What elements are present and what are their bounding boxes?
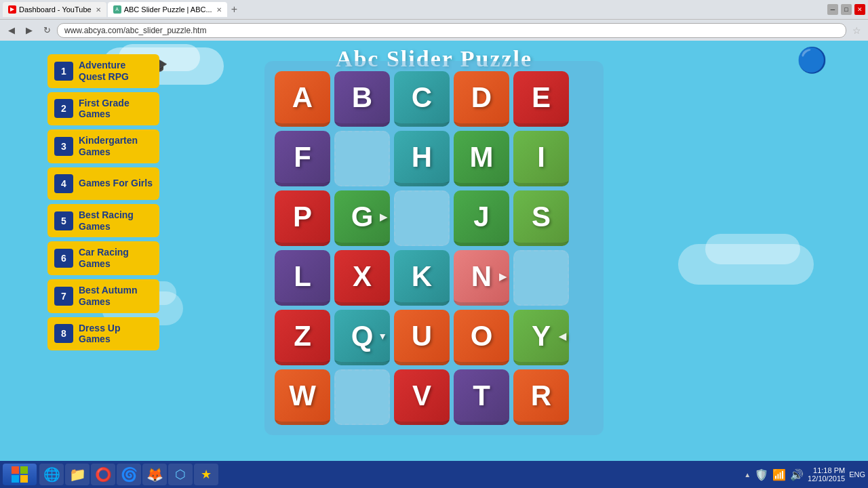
bookmark-star[interactable]: ☆: [849, 23, 864, 38]
taskbar-app3[interactable]: ⭕: [91, 464, 115, 485]
tile-r1-c2[interactable]: H: [394, 131, 450, 186]
sidebar-label-6: Car Racing Games: [79, 247, 153, 270]
taskbar-language: ENG: [849, 470, 865, 479]
tile-r0-c4[interactable]: E: [513, 71, 569, 127]
tile-letter-r5-c4: R: [531, 380, 551, 412]
tile-r3-c3[interactable]: N▶: [454, 250, 509, 306]
sidebar-item-8[interactable]: 8 Dress Up Games: [47, 317, 159, 351]
youtube-favicon: ▶: [8, 5, 16, 14]
sidebar-item-4[interactable]: 4 Games For Girls: [47, 167, 159, 200]
tile-letter-r1-c4: I: [537, 141, 545, 174]
svg-rect-0: [12, 466, 19, 474]
taskbar-app6[interactable]: ⬡: [168, 464, 193, 485]
taskbar-ie[interactable]: 🌐: [39, 464, 64, 485]
tile-arrow-r4-c4: ◀: [559, 331, 566, 342]
sidebar-item-1[interactable]: 1 Adventure Quest RPG: [47, 54, 159, 88]
tile-letter-r5-c2: V: [412, 380, 431, 412]
sidebar-label-5: Best Racing Games: [79, 209, 153, 232]
svg-rect-1: [20, 466, 28, 474]
taskbar-right: ▲ 🛡️ 📶 🔊 11:18 PM 12/10/2015 ENG: [744, 466, 865, 483]
tab-youtube[interactable]: ▶ Dashboard - YouTube ✕: [3, 2, 106, 17]
tile-r3-c1[interactable]: X: [334, 250, 390, 306]
tile-r2-c2[interactable]: [394, 190, 450, 246]
taskbar-explorer[interactable]: 📁: [65, 464, 90, 485]
nav-bar: ◀ ▶ ↻ www.abcya.com/abc_slider_puzzle.ht…: [0, 19, 868, 41]
tile-r2-c0[interactable]: P: [275, 190, 330, 246]
tile-r4-c1[interactable]: Q▼: [334, 310, 390, 365]
page-content: Abc Slider Puzzle 🔵 ✏️ 🎓 1 Adventure Que…: [0, 41, 868, 461]
tile-r5-c0[interactable]: W: [275, 369, 330, 425]
cloud-3b: [705, 234, 800, 264]
maximize-button[interactable]: □: [841, 4, 852, 15]
show-hidden-icon[interactable]: ▲: [744, 471, 751, 479]
tile-r5-c2[interactable]: V: [394, 369, 450, 425]
taskbar: 🌐 📁 ⭕ 🌀 🦊 ⬡ ★ ▲ 🛡️ 📶 🔊 11:18 PM 12/10/20…: [0, 461, 868, 488]
tile-r0-c1[interactable]: B: [334, 71, 390, 127]
tile-r0-c3[interactable]: D: [454, 71, 509, 127]
forward-button[interactable]: ▶: [22, 23, 37, 38]
tile-letter-r0-c4: E: [532, 81, 551, 114]
sidebar-item-7[interactable]: 7 Best Autumn Games: [47, 279, 159, 313]
tile-r1-c4[interactable]: I: [513, 131, 569, 186]
sidebar-item-6[interactable]: 6 Car Racing Games: [47, 241, 159, 275]
svg-rect-2: [12, 475, 19, 483]
tile-letter-r1-c3: M: [470, 141, 494, 174]
sidebar-label-3: Kindergarten Games: [79, 135, 153, 158]
start-button[interactable]: [3, 464, 37, 485]
address-bar[interactable]: www.abcya.com/abc_slider_puzzle.htm: [57, 23, 846, 38]
minimize-button[interactable]: ─: [827, 4, 838, 15]
tile-letter-r4-c3: O: [471, 320, 493, 352]
tile-letter-r3-c1: X: [353, 260, 372, 293]
tile-arrow-r3-c3: ▶: [499, 271, 507, 282]
tab-youtube-close[interactable]: ✕: [96, 6, 101, 14]
window-controls: ─ □ ✕: [827, 4, 865, 15]
sidebar-num-1: 1: [54, 62, 73, 81]
tab-abcya[interactable]: A ABC Slider Puzzle | ABC... ✕: [108, 2, 227, 17]
sidebar-label-7: Best Autumn Games: [79, 285, 153, 308]
taskbar-clock: 11:18 PM 12/10/2015: [808, 466, 845, 483]
tile-letter-r0-c2: C: [412, 81, 432, 114]
tile-r1-c1[interactable]: [334, 131, 390, 186]
taskbar-volume: 🔊: [790, 468, 804, 481]
new-tab-button[interactable]: +: [231, 3, 237, 16]
tile-r3-c2[interactable]: K: [394, 250, 450, 306]
taskbar-app7[interactable]: ★: [194, 464, 218, 485]
tile-r2-c4[interactable]: S: [513, 190, 569, 246]
sidebar-item-5[interactable]: 5 Best Racing Games: [47, 204, 159, 238]
tile-r5-c3[interactable]: T: [454, 369, 509, 425]
tile-r3-c4[interactable]: [513, 250, 569, 306]
tile-r5-c1[interactable]: [334, 369, 390, 425]
tile-letter-r2-c0: P: [293, 201, 312, 233]
taskbar-chrome[interactable]: 🌀: [117, 464, 141, 485]
taskbar-network: 📶: [772, 468, 786, 481]
tab-youtube-label: Dashboard - YouTube: [19, 5, 92, 14]
tile-r4-c3[interactable]: O: [454, 310, 509, 365]
tile-r2-c3[interactable]: J: [454, 190, 509, 246]
tile-letter-r5-c0: W: [289, 380, 316, 412]
tile-letter-r3-c0: L: [294, 260, 311, 293]
tile-r1-c0[interactable]: F: [275, 131, 330, 186]
tile-r2-c1[interactable]: G▶: [334, 190, 390, 246]
close-button[interactable]: ✕: [854, 4, 865, 15]
tile-r4-c2[interactable]: U: [394, 310, 450, 365]
tile-letter-r4-c2: U: [412, 320, 432, 352]
refresh-button[interactable]: ↻: [39, 23, 54, 38]
sidebar-num-8: 8: [54, 324, 73, 343]
tile-r0-c0[interactable]: A: [275, 71, 330, 127]
tab-abcya-close[interactable]: ✕: [216, 6, 222, 14]
taskbar-firefox[interactable]: 🦊: [142, 464, 167, 485]
sidebar-item-3[interactable]: 3 Kindergarten Games: [47, 129, 159, 163]
tile-letter-r5-c3: T: [473, 380, 490, 412]
sidebar-num-6: 6: [54, 249, 73, 268]
tile-letter-r2-c1: G: [351, 201, 374, 233]
tile-arrow-r2-c1: ▶: [380, 211, 387, 222]
tile-r5-c4[interactable]: R: [513, 369, 569, 425]
tile-letter-r4-c1: Q: [351, 320, 374, 352]
tile-r3-c0[interactable]: L: [275, 250, 330, 306]
tile-r1-c3[interactable]: M: [454, 131, 509, 186]
tile-r0-c2[interactable]: C: [394, 71, 450, 127]
tile-r4-c4[interactable]: Y◀: [513, 310, 569, 365]
tile-r4-c0[interactable]: Z: [275, 310, 330, 365]
sidebar-item-2[interactable]: 2 First Grade Games: [47, 92, 159, 126]
back-button[interactable]: ◀: [4, 23, 19, 38]
